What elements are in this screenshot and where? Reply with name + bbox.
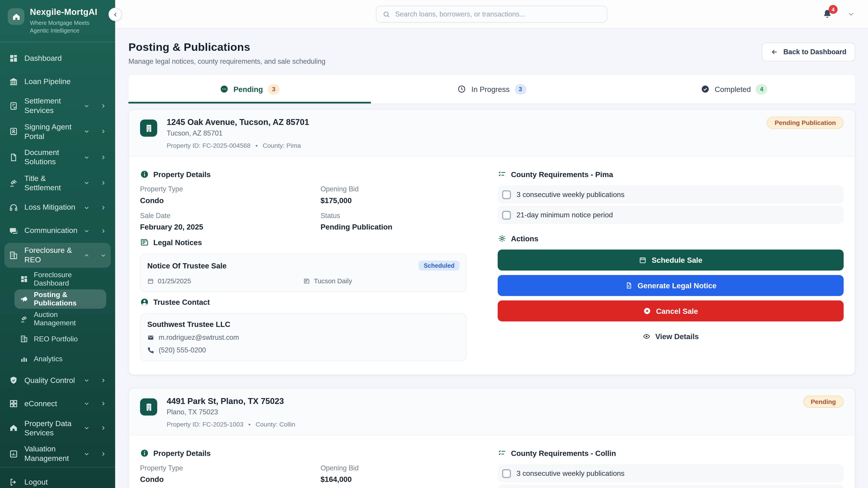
chevron-down-icon[interactable] [84, 451, 90, 457]
chevron-down-icon[interactable] [84, 129, 90, 135]
sidebar: Nexgile-MortgAI Where Mortgage Meets Age… [0, 0, 115, 488]
requirement-row: 21-day minimum notice period [498, 206, 844, 224]
actions-heading: Actions [498, 234, 844, 243]
grid-squares-icon [9, 399, 18, 409]
checklist-icon [498, 449, 506, 457]
sidebar-item-loss-mitigation[interactable]: Loss Mitigation [4, 196, 111, 219]
sidebar-item-foreclosure-reo[interactable]: Foreclosure & REO [4, 243, 111, 267]
topbar-actions: 4 [822, 0, 855, 28]
sidebar-item-econnect[interactable]: eConnect [4, 393, 111, 415]
sidebar-item-label: Signing Agent Portal [24, 122, 78, 141]
chevron-right-icon[interactable] [100, 228, 106, 234]
sidebar-item-settlement-services[interactable]: Settlement Services [4, 94, 111, 118]
generate-legal-notice-button[interactable]: Generate Legal Notice [498, 275, 844, 296]
legal-notices-heading: Legal Notices [140, 238, 467, 247]
meta-separator: • [255, 142, 258, 149]
cancel-sale-button[interactable]: Cancel Sale [498, 300, 844, 322]
id-badge-icon [9, 127, 18, 136]
sidebar-item-label: Loss Mitigation [24, 203, 78, 212]
dashboard-icon [20, 275, 28, 283]
tab-completed[interactable]: Completed 4 [613, 75, 855, 103]
sidebar-subitem-auction-management[interactable]: Auction Management [14, 309, 106, 328]
chevron-right-icon[interactable] [100, 180, 106, 186]
notifications-button[interactable]: 4 [822, 9, 833, 20]
sidebar-item-label: Dashboard [24, 53, 106, 63]
sidebar-item-document-solutions[interactable]: Document Solutions [4, 145, 111, 170]
chevron-down-icon[interactable] [84, 425, 90, 431]
status-badge: Pending Publication [767, 117, 844, 129]
sidebar-item-signing-agent-portal[interactable]: Signing Agent Portal [4, 119, 111, 144]
sidebar-item-label: Property Data Services [24, 419, 78, 437]
chevron-down-icon[interactable] [84, 103, 90, 109]
page-header: Posting & Publications Manage legal noti… [128, 41, 855, 65]
property-id: Property ID: FC-2025-004568 [166, 142, 250, 149]
property-card-header: 1245 Oak Avenue, Tucson, AZ 85701 Tucson… [129, 109, 855, 157]
arrow-left-icon [771, 48, 778, 56]
schedule-sale-button[interactable]: Schedule Sale [498, 250, 844, 270]
notice-date: 01/25/2025 [147, 277, 303, 285]
topbar: 4 [115, 0, 868, 29]
sidebar-item-communication[interactable]: Communication [4, 220, 111, 242]
chevron-down-icon[interactable] [100, 252, 106, 258]
chevron-down-icon[interactable] [84, 180, 90, 186]
sidebar-item-quality-control[interactable]: Quality Control [4, 369, 111, 392]
chevron-down-icon[interactable] [847, 11, 855, 18]
search-input[interactable] [395, 10, 601, 18]
sidebar-item-dashboard[interactable]: Dashboard [4, 47, 111, 69]
chevron-right-icon[interactable] [100, 204, 106, 210]
tab-pending[interactable]: Pending 3 [128, 75, 371, 103]
chevron-right-icon[interactable] [100, 129, 106, 135]
requirement-checkbox[interactable] [502, 210, 511, 219]
property-city: Tucson, AZ 85701 [166, 129, 309, 137]
requirement-checkbox[interactable] [502, 469, 511, 478]
sidebar-item-loan-pipeline[interactable]: Loan Pipeline [4, 70, 111, 92]
sidebar-subitem-reo-portfolio[interactable]: REO Portfolio [14, 329, 106, 348]
newspaper-icon [303, 278, 310, 284]
building-icon [144, 123, 154, 133]
sidebar-collapse-button[interactable] [108, 8, 122, 21]
sidebar-submenu: Foreclosure Dashboard Posting & Publicat… [4, 269, 111, 369]
sidebar-subitem-foreclosure-dashboard[interactable]: Foreclosure Dashboard [14, 269, 106, 289]
sidebar-item-property-data-services[interactable]: Property Data Services [4, 416, 111, 440]
chevron-down-icon[interactable] [84, 154, 90, 160]
sidebar-item-label: Communication [24, 226, 78, 235]
tab-in-progress[interactable]: In Progress 3 [371, 75, 613, 103]
sidebar-subitem-posting-publications[interactable]: Posting & Publications [14, 289, 106, 308]
view-details-button[interactable]: View Details [498, 326, 844, 347]
property-city: Plano, TX 75023 [166, 408, 295, 416]
gavel-icon [9, 178, 18, 188]
trustee-email: m.rodriguez@swtrust.com [147, 334, 459, 341]
card-right-column: County Requirements - Pima 3 consecutive… [498, 165, 844, 361]
trustee-phone: (520) 555-0200 [147, 346, 459, 354]
chevron-right-icon[interactable] [100, 103, 106, 109]
logout-button[interactable]: Logout [4, 471, 111, 488]
brand-name: Nexgile-MortgAI [30, 7, 107, 17]
chevron-down-icon[interactable] [84, 377, 90, 383]
chevron-down-icon[interactable] [84, 228, 90, 234]
trustee-name: Southwest Trustee LLC [147, 320, 459, 329]
chevron-up-icon[interactable] [84, 252, 90, 258]
detail-field: Sale Date February 20, 2025 [140, 212, 315, 231]
chevron-down-icon[interactable] [84, 204, 90, 210]
chevron-right-icon[interactable] [100, 400, 106, 407]
x-circle-icon [643, 307, 651, 315]
dashboard-icon [9, 54, 18, 63]
chevron-right-icon[interactable] [100, 154, 106, 160]
sidebar-item-title-settlement[interactable]: Title & Settlement [4, 171, 111, 195]
sidebar-item-label: Foreclosure & REO [24, 246, 78, 265]
chevron-right-icon[interactable] [100, 377, 106, 383]
brand-logo [8, 8, 24, 25]
mail-icon [147, 334, 154, 341]
requirement-checkbox[interactable] [502, 190, 511, 199]
sidebar-item-label: Title & Settlement [24, 173, 78, 193]
property-meta: Property ID: FC-2025-004568 • County: Pi… [166, 142, 309, 149]
global-search[interactable] [376, 5, 608, 23]
chevron-right-icon[interactable] [100, 451, 106, 457]
property-card-header: 4491 Park St, Plano, TX 75023 Plano, TX … [129, 388, 855, 435]
back-to-dashboard-button[interactable]: Back to Dashboard [762, 43, 855, 61]
chevron-down-icon[interactable] [84, 400, 90, 407]
gear-icon [498, 234, 506, 243]
sidebar-item-valuation-management[interactable]: Valuation Management [4, 442, 111, 466]
chevron-right-icon[interactable] [100, 425, 106, 431]
sidebar-subitem-analytics[interactable]: Analytics [14, 349, 106, 368]
